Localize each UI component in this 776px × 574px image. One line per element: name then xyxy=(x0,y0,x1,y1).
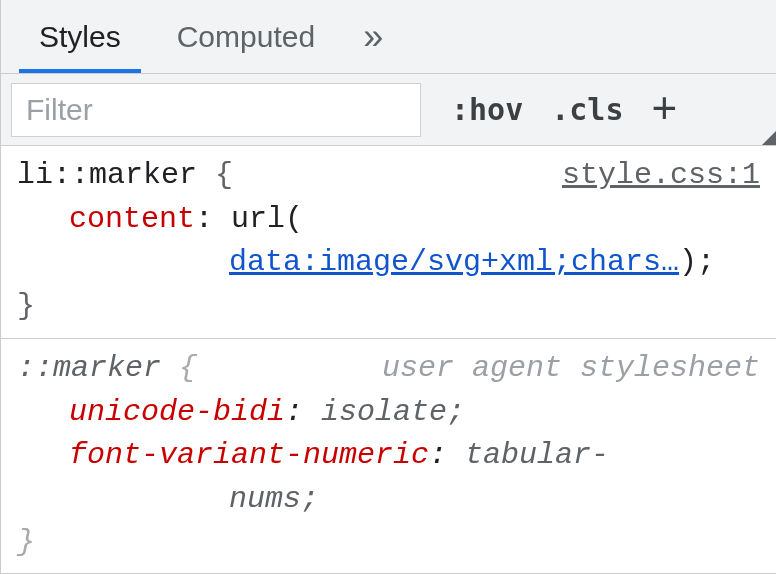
user-agent-label: user agent stylesheet xyxy=(382,347,760,391)
brace-close: } xyxy=(17,285,760,329)
tab-label: Computed xyxy=(177,20,315,54)
source-link[interactable]: style.css:1 xyxy=(562,154,760,198)
tab-computed[interactable]: Computed xyxy=(149,0,343,73)
declaration: unicode-bidi: isolate; xyxy=(17,391,760,435)
value-prefix: url( xyxy=(231,202,303,236)
rule-selector-line: ::marker { xyxy=(17,347,197,391)
style-rule-user-agent: ::marker { user agent stylesheet unicode… xyxy=(1,339,776,573)
value-line2: nums; xyxy=(69,478,760,522)
property: font-variant-numeric xyxy=(69,438,429,472)
filter-input[interactable] xyxy=(11,83,421,137)
colon: : xyxy=(429,438,465,472)
selector: ::marker xyxy=(17,351,161,385)
value-suffix: ); xyxy=(679,245,715,279)
property: content xyxy=(69,202,195,236)
style-rule: li::marker { style.css:1 content: url( d… xyxy=(1,146,776,339)
declaration[interactable]: content: url( data:image/svg+xml;chars…)… xyxy=(17,198,760,285)
filter-bar: :hov .cls + xyxy=(1,74,776,146)
brace-open: { xyxy=(179,351,197,385)
value-line1: tabular- xyxy=(465,438,609,472)
plus-icon: + xyxy=(652,83,678,132)
tab-overflow-button[interactable]: » xyxy=(343,19,403,55)
property: unicode-bidi xyxy=(69,395,285,429)
rule-header: li::marker { style.css:1 xyxy=(17,154,760,198)
cls-label: .cls xyxy=(551,92,623,127)
colon: : xyxy=(195,202,231,236)
tab-styles[interactable]: Styles xyxy=(11,0,149,73)
new-style-rule-button[interactable]: + xyxy=(652,86,678,134)
cls-toggle[interactable]: .cls xyxy=(551,92,623,127)
colon: : xyxy=(285,395,321,429)
value: isolate; xyxy=(321,395,465,429)
rule-selector-line[interactable]: li::marker { xyxy=(17,154,233,198)
filter-buttons: :hov .cls + xyxy=(451,86,677,134)
declaration: font-variant-numeric: tabular- nums; xyxy=(17,434,760,521)
hov-toggle[interactable]: :hov xyxy=(451,92,523,127)
hov-label: :hov xyxy=(451,92,523,127)
rule-header: ::marker { user agent stylesheet xyxy=(17,347,760,391)
styles-panel: Styles Computed » :hov .cls + xyxy=(0,0,776,574)
styles-body: li::marker { style.css:1 content: url( d… xyxy=(1,146,776,573)
selector: li::marker xyxy=(17,158,197,192)
resize-corner-icon[interactable] xyxy=(762,131,776,145)
tab-bar: Styles Computed » xyxy=(1,0,776,74)
brace-open: { xyxy=(215,158,233,192)
overflow-icon: » xyxy=(363,16,383,57)
brace-close: } xyxy=(17,521,760,565)
url-link[interactable]: data:image/svg+xml;chars… xyxy=(229,245,679,279)
value-wrapped: data:image/svg+xml;chars…); xyxy=(69,241,760,285)
tab-label: Styles xyxy=(39,20,121,54)
